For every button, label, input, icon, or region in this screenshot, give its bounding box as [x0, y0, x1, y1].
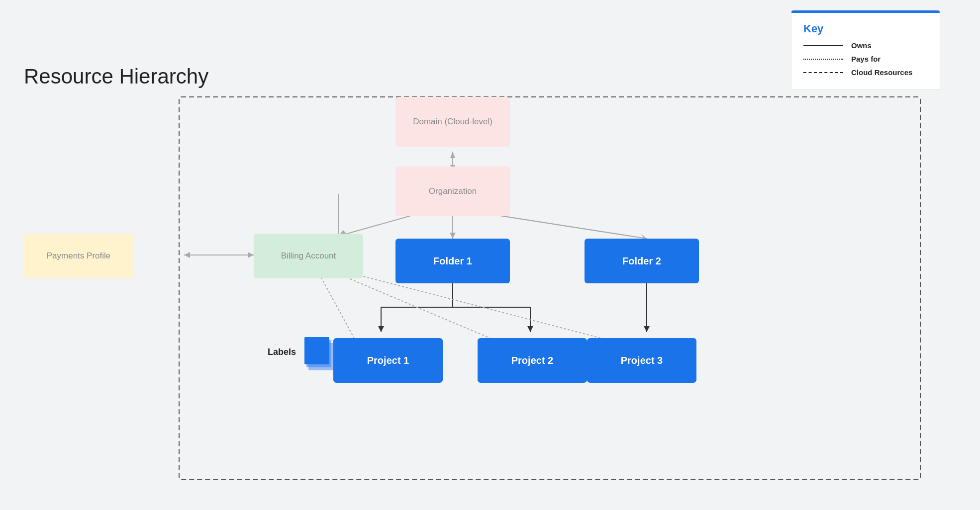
svg-line-8 [488, 214, 647, 239]
key-line-dotted [803, 59, 843, 60]
key-title: Key [803, 22, 928, 35]
node-folder1: Folder 1 [395, 239, 510, 283]
node-project2: Project 2 [478, 338, 587, 383]
svg-marker-20 [527, 326, 533, 332]
node-billing-account: Billing Account [254, 234, 363, 278]
svg-marker-22 [644, 326, 650, 332]
svg-marker-12 [184, 252, 190, 258]
key-item-cloud: Cloud Resources [803, 68, 928, 77]
key-line-solid [803, 45, 843, 46]
node-project3: Project 3 [587, 338, 696, 383]
key-label-owns: Owns [851, 41, 872, 50]
node-domain: Domain (Cloud-level) [395, 97, 510, 147]
svg-marker-2 [450, 152, 455, 158]
key-box: Key Owns Pays for Cloud Resources [791, 10, 940, 90]
key-line-dashed [803, 72, 843, 73]
node-payments-profile: Payments Profile [24, 234, 133, 278]
svg-line-4 [338, 214, 418, 236]
svg-marker-11 [248, 252, 254, 258]
svg-marker-18 [378, 326, 384, 332]
node-folder2: Folder 2 [585, 239, 699, 283]
key-label-pays: Pays for [851, 55, 881, 63]
node-project1: Project 1 [333, 338, 443, 383]
svg-marker-7 [450, 233, 456, 239]
key-item-pays: Pays for [803, 55, 928, 63]
labels-text: Labels [268, 347, 296, 357]
key-item-owns: Owns [803, 41, 928, 50]
node-organization: Organization [395, 167, 510, 216]
page-title: Resource Hierarchy [24, 65, 208, 88]
key-accent-bar [791, 10, 940, 13]
svg-rect-0 [179, 97, 920, 480]
key-label-cloud: Cloud Resources [851, 68, 912, 77]
labels-stacked-icon [303, 334, 338, 374]
svg-rect-31 [304, 337, 329, 364]
